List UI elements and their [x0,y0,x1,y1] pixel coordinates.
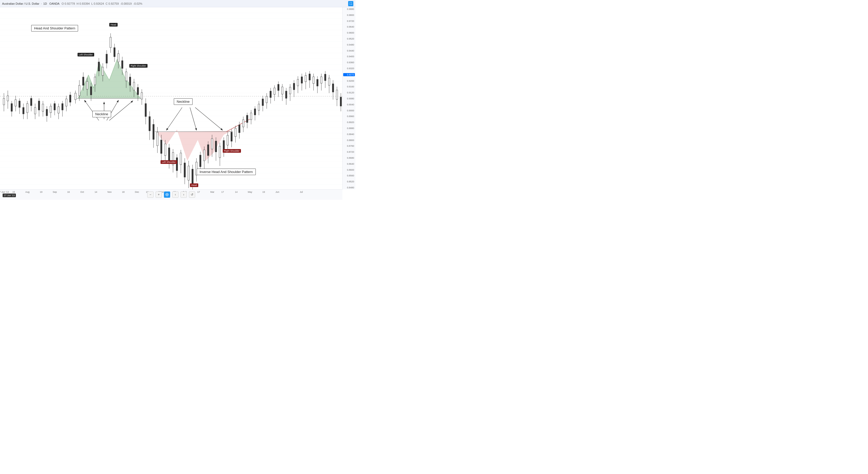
price-label-21: 0.8840 [343,133,355,135]
svg-rect-50 [69,95,71,102]
ihs-pattern-label: Inverse Head And Shoulder Pattern [197,168,256,175]
open-value: 0.92778 [65,2,75,5]
hs-pattern-label: Head And Shoulder Pattern [31,25,78,31]
price-label-11: 0.9320 [343,67,355,70]
price-label-14: 0.9120 [343,91,355,94]
svg-rect-24 [19,101,20,107]
svg-rect-28 [27,103,28,113]
svg-rect-74 [118,54,119,62]
svg-rect-66 [102,67,103,75]
price-label-16: 0.9040 [343,103,355,106]
svg-rect-160 [285,91,287,98]
svg-rect-22 [15,100,17,106]
svg-rect-104 [176,158,178,171]
price-label-13: 0.9160 [343,85,355,88]
svg-rect-174 [313,77,314,84]
scroll-back-button[interactable]: ‹ [172,191,179,198]
svg-rect-86 [141,93,143,99]
svg-rect-32 [34,107,36,114]
svg-point-190 [166,194,167,195]
svg-rect-112 [192,169,193,184]
svg-rect-184 [332,84,334,92]
svg-rect-136 [239,125,240,133]
price-label-10: 0.9360 [343,61,355,64]
svg-rect-60 [90,87,92,95]
broker: OANDA [50,2,60,5]
date-badge: 27 Jun '13 [3,194,16,197]
price-label-18: 0.8960 [343,115,355,118]
svg-rect-94 [157,132,158,146]
price-label-current: 0.9272 [343,73,355,76]
svg-rect-76 [122,61,123,68]
price-label-24: 0.8720 [343,151,355,153]
price-label-9: 0.9400 [343,55,355,58]
svg-rect-98 [164,144,166,156]
change-pct: -0.02% [133,2,142,5]
svg-rect-110 [188,166,189,180]
change-value: -0.00019 [121,2,132,5]
price-label-29: 0.8520 [343,180,355,183]
hs-head-label: Head [109,23,118,27]
price-label-8: 0.9440 [343,50,355,52]
price-label-15: 0.9080 [343,97,355,100]
price-axis: 0.9880 0.9800 0.9720 0.9640 0.9600 0.952… [342,7,355,189]
timeframe: 1D [43,2,47,5]
chart-container: Australian Dollar / U.S. Dollar · 1D OAN… [0,0,355,200]
svg-rect-148 [262,99,264,106]
svg-rect-34 [38,101,40,110]
svg-rect-134 [235,128,236,136]
svg-rect-18 [7,96,8,101]
svg-rect-68 [106,54,107,63]
svg-rect-154 [274,88,275,94]
svg-rect-52 [75,93,76,100]
svg-rect-30 [30,98,32,106]
svg-rect-178 [320,77,322,83]
zoom-out-button[interactable]: − [147,191,154,198]
top-bar: Australian Dollar / U.S. Dollar · 1D OAN… [0,0,355,7]
svg-rect-36 [42,104,44,112]
svg-rect-164 [293,83,295,90]
price-label-5: 0.9600 [343,31,355,34]
svg-rect-124 [215,141,217,152]
svg-rect-84 [137,87,139,95]
svg-rect-116 [199,155,201,167]
hs-right-shoulder-label: Right Shoulder [129,64,148,68]
price-label-20: 0.8880 [343,127,355,130]
svg-rect-106 [180,153,182,165]
ihs-left-shoulder-label: Left Shoulder [160,160,177,164]
zoom-in-button[interactable]: + [156,191,162,198]
svg-rect-92 [153,124,154,139]
reset-button[interactable]: ↺ [189,191,195,198]
svg-rect-88 [145,103,147,117]
svg-rect-58 [86,82,88,89]
scroll-forward-button[interactable]: › [181,191,187,198]
svg-rect-72 [114,48,115,57]
svg-rect-150 [266,96,268,103]
svg-rect-140 [246,115,248,123]
svg-rect-40 [50,106,52,113]
svg-rect-162 [289,87,291,94]
svg-rect-64 [98,62,100,71]
svg-rect-168 [301,77,303,83]
scroll-mode-button[interactable] [164,191,170,198]
svg-rect-126 [219,146,221,158]
svg-rect-120 [207,145,209,156]
price-label-19: 0.8920 [343,121,355,124]
svg-rect-26 [23,107,24,114]
price-label-1: 0.9880 [343,8,355,10]
price-label-6: 0.9520 [343,37,355,40]
svg-rect-130 [227,135,228,145]
chart-area: Head And Shoulder Pattern Head Left Shou… [0,7,342,189]
expand-icon[interactable] [348,1,353,6]
svg-rect-54 [79,85,80,96]
price-label-30: 0.8480 [343,186,355,189]
hs-neckline-label: Neckline [92,111,111,117]
ihs-head-label: Head [190,183,198,187]
svg-rect-70 [110,37,111,48]
hs-left-shoulder-label: Left Shoulder [78,53,94,57]
svg-rect-56 [83,77,84,85]
price-label-4: 0.9640 [343,26,355,28]
price-label-27: 0.8600 [343,168,355,171]
svg-rect-176 [317,80,318,86]
chart-title: Australian Dollar / U.S. Dollar · 1D OAN… [2,2,60,5]
